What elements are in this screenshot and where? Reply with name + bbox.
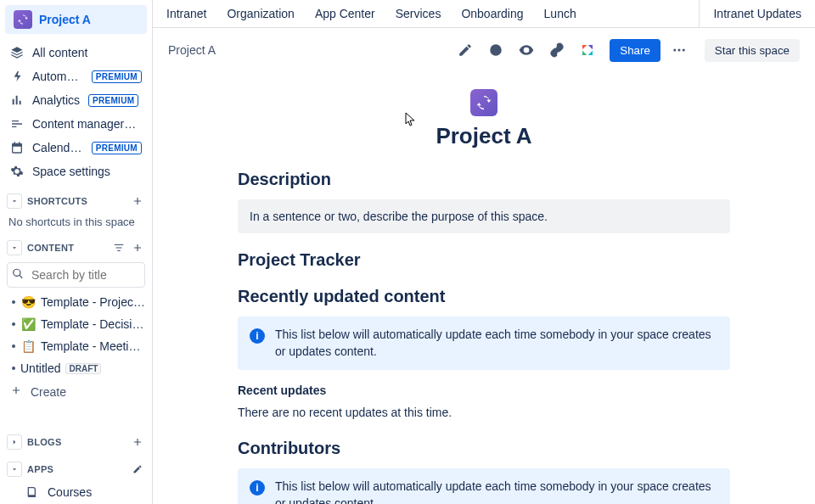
calendar-icon [10,141,24,154]
sliders-icon [10,117,24,131]
section-title: BLOGS [27,437,130,447]
space-header[interactable]: Project A [5,5,147,34]
add-shortcut-button[interactable] [130,193,145,209]
emoji-icon: 📋 [20,339,36,353]
section-title: SHORTCUTS [27,196,130,206]
nav-label: Automation [32,70,83,83]
tree-item[interactable]: ✅ Template - Decision ... [0,313,152,335]
search-wrap [0,259,152,291]
nav-space-settings[interactable]: Space settings [0,160,152,183]
premium-badge: PREMIUM [88,94,138,107]
filter-button[interactable] [111,240,126,255]
description-placeholder: In a sentence or two, describe the purpo… [250,210,548,223]
nav-label: Analytics [32,93,80,107]
link-button[interactable] [545,38,569,62]
nav-all-content[interactable]: All content [0,41,152,64]
chart-icon [10,93,24,107]
page-title: Project A [238,123,730,149]
topnav-onboarding[interactable]: Onboarding [461,7,523,20]
share-button[interactable]: Share [610,39,660,62]
tree-label: Untitled [20,361,60,375]
topnav-lunch[interactable]: Lunch [544,7,576,20]
content-header: CONTENT [0,237,152,259]
svg-point-0 [491,45,501,55]
bullet-icon [12,367,15,370]
topnav-services[interactable]: Services [396,7,441,20]
topnav-right: Intranet Updates [699,0,815,27]
page-header: Project A Share Star this space [153,28,815,72]
chevron-down-icon[interactable] [7,193,22,209]
more-button[interactable] [667,38,691,62]
info-icon: i [250,328,265,344]
star-space-button[interactable]: Star this space [705,39,800,62]
edit-button[interactable] [453,38,477,62]
nav-analytics[interactable]: Analytics PREMIUM [0,88,152,112]
topnav-organization[interactable]: Organization [227,7,294,20]
app-label: Courses [48,485,92,499]
svg-point-3 [683,49,685,52]
premium-badge: PREMIUM [92,142,142,154]
nav-content-manager[interactable]: Content manager… [0,112,152,136]
nav-label: Calendars [32,141,83,154]
heading-tracker: Project Tracker [238,250,730,270]
info-text: This list below will automatically updat… [275,327,718,360]
content-scroll[interactable]: Project A Description In a sentence or t… [153,72,815,504]
plus-icon [10,384,22,399]
space-nav: All content Automation PREMIUM Analytics… [0,39,152,185]
section-title: APPS [27,464,130,474]
info-panel-contributors: i This list below will automatically upd… [238,468,730,504]
nav-label: Content manager… [32,117,136,131]
add-blog-button[interactable] [130,434,145,450]
edit-apps-button[interactable] [130,462,145,477]
main: Intranet Organization App Center Service… [153,0,815,504]
heading-recent-updates: Recent updates [238,384,730,397]
add-content-button[interactable] [130,240,145,255]
search-icon [12,268,24,283]
tree-item[interactable]: Untitled DRAFT [0,357,152,379]
heading-contributors: Contributors [238,439,730,458]
content-tree: 😎 Template - Project p... ✅ Template - D… [0,291,152,379]
search-input[interactable] [7,262,145,288]
nav-label: All content [32,46,87,59]
premium-badge: PREMIUM [92,70,142,83]
info-icon: i [250,480,265,496]
no-updates-text: There are no recent updates at this time… [238,404,730,422]
bullet-icon [12,300,15,304]
draft-badge: DRAFT [65,363,101,374]
nav-calendars[interactable]: Calendars PREMIUM [0,136,152,160]
description-panel: In a sentence or two, describe the purpo… [238,199,730,233]
create-label: Create [31,385,66,399]
topnav-intranet[interactable]: Intranet [166,7,206,20]
bullet-icon [12,322,15,326]
watch-button[interactable] [514,38,538,62]
content-inner: Project A Description In a sentence or t… [195,72,773,504]
breadcrumb[interactable]: Project A [168,43,447,57]
gear-icon [10,165,24,178]
tree-item[interactable]: 📋 Template - Meeting ... [0,335,152,357]
create-button[interactable]: Create [0,379,152,404]
chevron-right-icon[interactable] [7,434,22,450]
chevron-down-icon[interactable] [7,462,22,477]
app-courses[interactable]: Courses [0,480,152,504]
heading-description: Description [238,170,730,189]
intranet-updates-link[interactable]: Intranet Updates [713,7,801,20]
comment-button[interactable] [484,38,508,62]
app-switcher-icon[interactable] [576,38,599,62]
space-name: Project A [39,13,91,26]
chevron-down-icon[interactable] [7,240,22,255]
svg-point-1 [673,49,676,52]
page-logo-icon [470,89,497,116]
layers-icon [10,46,24,59]
topnav-app-center[interactable]: App Center [315,7,375,20]
svg-point-2 [677,49,680,52]
nav-automation[interactable]: Automation PREMIUM [0,64,152,88]
topbar: Intranet Organization App Center Service… [153,0,815,28]
emoji-icon: 😎 [20,295,36,309]
book-icon [25,485,39,499]
nav-label: Space settings [32,165,110,178]
shortcuts-empty: No shortcuts in this space [0,212,152,232]
emoji-icon: ✅ [20,317,36,331]
section-title: CONTENT [27,243,111,253]
tree-item[interactable]: 😎 Template - Project p... [0,291,152,313]
apps-header: APPS [0,458,152,480]
